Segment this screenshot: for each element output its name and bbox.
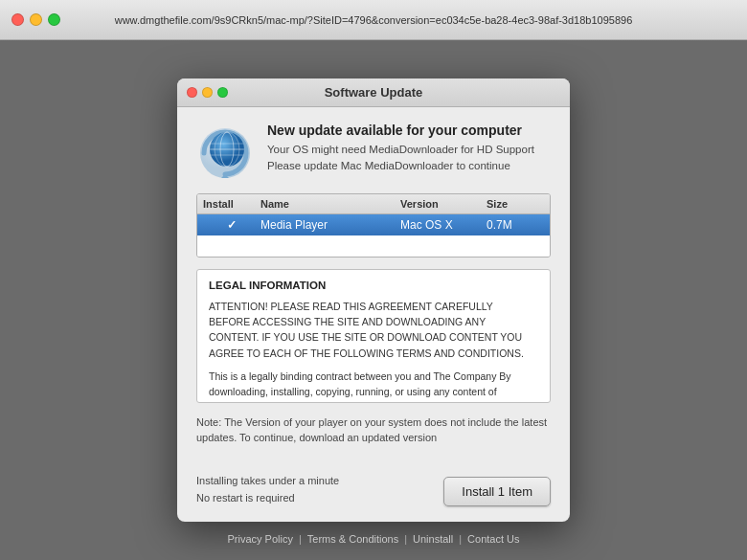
footer-sep-2: | xyxy=(404,533,407,545)
dialog-header-section: New update available for your computer Y… xyxy=(177,107,570,473)
install-button[interactable]: Install 1 Item xyxy=(443,477,551,506)
software-update-dialog: Software Update xyxy=(177,78,570,522)
dialog-maximize-button[interactable] xyxy=(217,87,228,98)
dialog-header-text: New update available for your computer Y… xyxy=(267,123,534,175)
dialog-titlebar: Software Update xyxy=(177,78,570,107)
table-header: Install Name Version Size xyxy=(197,194,550,214)
note-text: Note: The Version of your player on your… xyxy=(196,414,551,446)
row-checkbox[interactable]: ✓ xyxy=(203,218,260,232)
col-version: Version xyxy=(400,198,487,210)
install-info: Installing takes under a minute No resta… xyxy=(196,473,339,506)
dialog-subtext: Your OS might need MediaDownloader for H… xyxy=(267,142,534,175)
install-info-line2: No restart is required xyxy=(196,490,339,507)
footer-privacy-policy[interactable]: Privacy Policy xyxy=(227,533,292,545)
dialog-bottom: Installing takes under a minute No resta… xyxy=(177,473,570,522)
legal-scroll[interactable]: LEGAL INFORMATION ATTENTION! PLEASE READ… xyxy=(197,270,550,402)
dialog-minimize-button[interactable] xyxy=(202,87,213,98)
update-table: Install Name Version Size ✓ Media Player… xyxy=(196,193,551,258)
update-icon xyxy=(196,123,254,180)
row-name: Media Player xyxy=(260,218,400,232)
checkmark-icon: ✓ xyxy=(227,218,237,232)
footer: Privacy Policy | Terms & Conditions | Un… xyxy=(0,533,747,545)
row-version: Mac OS X xyxy=(400,218,487,232)
dialog-title: Software Update xyxy=(325,85,423,100)
dialog-close-button[interactable] xyxy=(187,87,197,98)
legal-paragraph1: ATTENTION! PLEASE READ THIS AGREEMENT CA… xyxy=(209,299,531,361)
browser-chrome: www.dmgthefile.com/9s9CRkn5/mac-mp/?Site… xyxy=(0,0,747,40)
table-empty-row xyxy=(197,235,550,257)
browser-maximize-button[interactable] xyxy=(48,13,60,26)
footer-sep-1: | xyxy=(299,533,302,545)
col-name: Name xyxy=(260,198,400,210)
main-area: Software Update xyxy=(0,40,747,560)
browser-close-button[interactable] xyxy=(11,13,24,26)
col-install: Install xyxy=(203,198,260,210)
footer-sep-3: | xyxy=(459,533,462,545)
row-size: 0.7M xyxy=(487,218,544,232)
dialog-headline: New update available for your computer xyxy=(267,123,534,138)
legal-title: LEGAL INFORMATION xyxy=(209,280,531,291)
dialog-header: New update available for your computer Y… xyxy=(196,123,551,180)
footer-contact-us[interactable]: Contact Us xyxy=(467,533,519,545)
install-info-line1: Installing takes under a minute xyxy=(196,473,339,490)
legal-paragraph2: This is a legally binding contract betwe… xyxy=(209,369,531,402)
url-bar[interactable]: www.dmgthefile.com/9s9CRkn5/mac-mp/?Site… xyxy=(115,14,633,26)
browser-traffic-lights xyxy=(11,13,60,26)
footer-uninstall[interactable]: Uninstall xyxy=(413,533,453,545)
col-size: Size xyxy=(487,198,544,210)
dialog-traffic-lights xyxy=(187,87,228,98)
footer-terms[interactable]: Terms & Conditions xyxy=(307,533,398,545)
browser-minimize-button[interactable] xyxy=(30,13,42,26)
legal-section: LEGAL INFORMATION ATTENTION! PLEASE READ… xyxy=(196,269,551,403)
table-row[interactable]: ✓ Media Player Mac OS X 0.7M xyxy=(197,214,550,235)
